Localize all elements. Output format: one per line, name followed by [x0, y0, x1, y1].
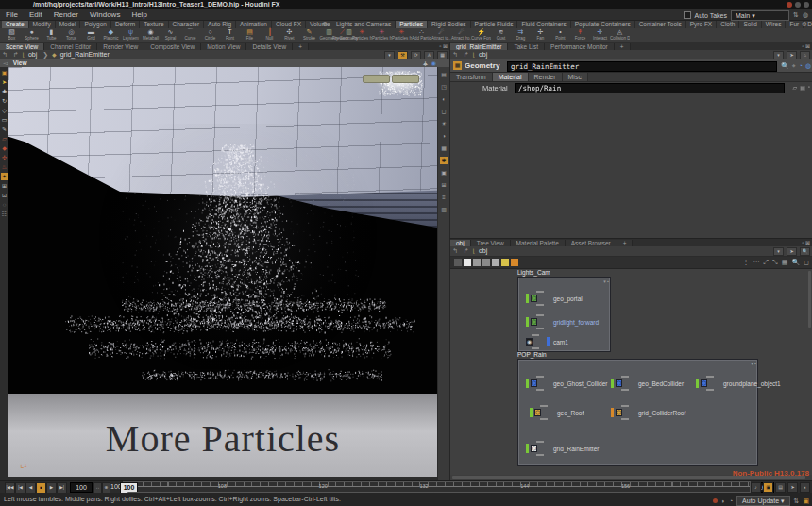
network-box-lights-cam[interactable]: ▾ ▪⬡geo_portal⬡gridlight_forward◉cam1: [517, 277, 611, 352]
node-input-stub[interactable]: [536, 314, 544, 316]
node-input-stub[interactable]: [536, 376, 544, 378]
param-path-back-icon[interactable]: ↰: [450, 51, 460, 58]
node-type-badge-1[interactable]: [464, 259, 471, 266]
node-type-badge-6[interactable]: [511, 259, 518, 266]
world-icon[interactable]: ◉: [431, 59, 436, 67]
shelf-tool-drag[interactable]: ⇉Drag: [511, 28, 531, 41]
sphere-icon[interactable]: ◔: [799, 61, 803, 71]
material-chooser-icon[interactable]: ▱: [793, 84, 798, 91]
shelf-tool-box[interactable]: ▧Box: [2, 28, 22, 41]
viewport-camera-button-2[interactable]: [392, 75, 419, 83]
shelf-tab-texture[interactable]: Texture: [140, 21, 168, 28]
node-type-badge-0[interactable]: [454, 259, 462, 266]
group-list-icon[interactable]: ≡: [440, 194, 448, 201]
scale-tool-icon[interactable]: ◇: [1, 107, 8, 114]
hand-tool-icon[interactable]: ☷: [1, 211, 8, 218]
net-dots-icon[interactable]: ⋮: [743, 259, 750, 266]
playback-options-icon[interactable]: ➤: [787, 482, 798, 493]
network-vscrollbar[interactable]: [808, 271, 811, 328]
misc-tool-icon[interactable]: ◌: [1, 201, 8, 209]
fire-tool-icon[interactable]: ♨: [1, 163, 8, 171]
message-bubble-icon[interactable]: ◗: [721, 495, 725, 506]
refresh-icon[interactable]: ⟳: [411, 51, 421, 59]
update-spinner-icon[interactable]: ⇅: [794, 495, 800, 506]
node-geo-ghost-collider[interactable]: ⬡geo_Ghost_Collider: [526, 379, 607, 388]
material-path-field[interactable]: /shop/Rain: [515, 83, 785, 93]
shelf-tool-fan[interactable]: ✢Fan: [531, 28, 550, 41]
node-input-stub[interactable]: [621, 405, 629, 407]
paint-tool-icon[interactable]: ▱: [1, 135, 8, 143]
node-type-badge-4[interactable]: [492, 259, 499, 266]
shelf-tool-particles-fr[interactable]: ✳Particles fr...: [372, 28, 392, 41]
globe-icon[interactable]: ◍: [805, 61, 811, 71]
shelf-tool-torus[interactable]: ◎Torus: [61, 28, 81, 41]
net-more-icon[interactable]: ⋯: [753, 259, 760, 266]
param-breadcrumb-obj[interactable]: obj: [477, 51, 489, 58]
node-flag-icon[interactable]: [530, 408, 533, 417]
net-search-icon[interactable]: 🔍: [800, 247, 810, 256]
node-input-stub[interactable]: [540, 405, 548, 407]
shelf-tool-attract-fro[interactable]: ☄Attract fro...: [451, 28, 471, 41]
net-path-forward-icon[interactable]: ↱: [462, 247, 471, 254]
shelf-tab-polygon[interactable]: Polygon: [80, 21, 111, 28]
node-flag-icon[interactable]: [526, 444, 529, 453]
view-layout-icon[interactable]: ▤: [440, 71, 448, 78]
shelf-gear-icon-right[interactable]: ⚙: [799, 21, 810, 28]
node-geo-portal[interactable]: ⬡geo_portal: [526, 294, 583, 303]
folder-tab-transform[interactable]: Transform: [450, 73, 493, 81]
node-output-stub[interactable]: [706, 389, 714, 391]
node-grid-rainemitter[interactable]: ⬡grid_RainEmitter: [526, 444, 599, 453]
shelf-tool-add-partic[interactable]: ∴Add Partic...: [412, 28, 431, 41]
view-tool-icon[interactable]: ▣: [1, 69, 8, 76]
edit-tool-icon[interactable]: ✎: [1, 126, 8, 133]
speaker-icon[interactable]: ◖: [800, 482, 810, 493]
shelf-tool-rivet[interactable]: ✣Rivet: [279, 28, 299, 41]
node-type-badge-3[interactable]: [482, 259, 490, 266]
shelf-tool-sphere[interactable]: ●Sphere: [22, 28, 42, 41]
net-path-back-icon[interactable]: ↰: [450, 247, 460, 254]
shelf-tab-deform[interactable]: Deform: [111, 21, 140, 28]
net-grid-icon[interactable]: ▦: [782, 259, 788, 266]
path-dropdown-icon[interactable]: ▾: [384, 51, 395, 59]
node-input-stub[interactable]: [621, 376, 629, 378]
crosshair-icon[interactable]: ⌖: [792, 61, 796, 71]
shelf-tool-particles-fr[interactable]: ✳Particles fr...: [352, 28, 372, 41]
character-icon[interactable]: ♙: [424, 51, 434, 59]
node-input-stub[interactable]: [532, 334, 539, 336]
shelf-tool-collision-d[interactable]: ◬Collision D...: [610, 28, 630, 41]
node-input-stub[interactable]: [536, 291, 544, 293]
node-type-badge-2[interactable]: [473, 259, 481, 266]
node-input-stub[interactable]: [536, 441, 544, 443]
search-icon[interactable]: 🔍: [781, 61, 789, 71]
node-output-stub[interactable]: [536, 328, 544, 329]
shelf-tool-interact[interactable]: ✛Interact: [590, 28, 610, 41]
path-back-icon[interactable]: ↰: [0, 51, 9, 58]
node-geo-bedcollider[interactable]: ⬡geo_BedCollider: [611, 379, 684, 388]
shelf-tab-particle-fluids[interactable]: Particle Fluids: [471, 21, 518, 28]
shelf-tool-lsystem[interactable]: ψLsystem: [121, 28, 141, 41]
axis-gizmo-icon[interactable]: ⚶: [423, 59, 428, 67]
breadcrumb-node[interactable]: grid_RainEmitter: [59, 51, 111, 58]
folder-tab-material[interactable]: Material: [493, 73, 529, 81]
shelf-tab-create[interactable]: Create: [2, 21, 29, 28]
net-expand-icon[interactable]: ⤢: [764, 259, 770, 266]
shelf-tool-gust[interactable]: ≋Gust: [491, 28, 511, 41]
wire-mode-icon[interactable]: ◻: [440, 108, 448, 115]
material-flag-icon[interactable]: ▦: [440, 144, 448, 152]
auto-update-selector[interactable]: Auto Update ▾: [736, 496, 789, 506]
menu-windows[interactable]: Windows: [84, 9, 126, 21]
netbox-controls-icon[interactable]: ▾ ▪: [603, 278, 609, 284]
node-output-stub[interactable]: [536, 304, 544, 306]
shelf-tab-rigid-bodies[interactable]: Rigid Bodies: [428, 21, 471, 28]
shelf-tab-cloud-fx[interactable]: Cloud FX: [272, 21, 306, 28]
shelf-tab-model[interactable]: Model: [56, 21, 81, 28]
material-menu-icon[interactable]: ▤: [800, 84, 805, 91]
shade-mode-icon[interactable]: ◐: [440, 95, 448, 103]
shelf-tool-file[interactable]: ▤File: [240, 28, 260, 41]
net-arrow-icon[interactable]: ➤: [787, 247, 797, 256]
snap-point-icon[interactable]: ⊡: [1, 192, 8, 199]
node-flag-icon[interactable]: [611, 379, 614, 388]
viewport-header[interactable]: ◅ View ⚶ ◉: [0, 59, 449, 67]
take-selector[interactable]: Main ▾: [731, 10, 789, 21]
shelf-gear-icon-left[interactable]: ⚙: [319, 21, 330, 28]
